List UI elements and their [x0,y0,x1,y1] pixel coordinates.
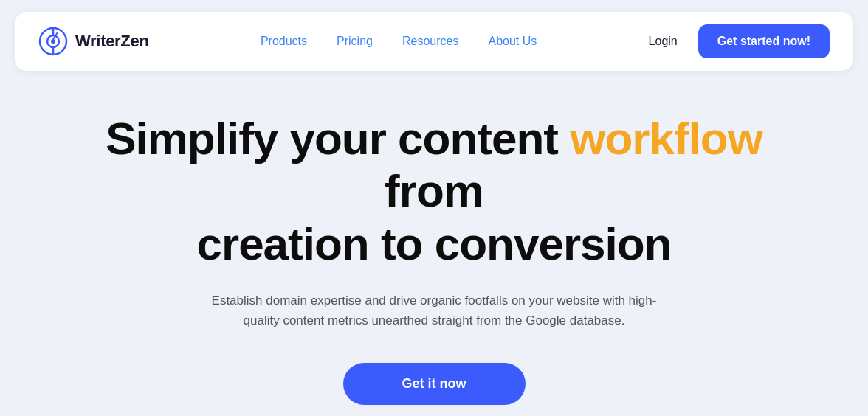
svg-point-4 [51,39,55,44]
navbar: WriterZen Products Pricing Resources Abo… [15,12,853,71]
brand-logo-icon [38,27,68,56]
headline-part1: Simplify your content [106,113,570,164]
get-started-button[interactable]: Get started now! [698,24,830,58]
headline-highlight: workflow [570,113,762,164]
navbar-actions: Login Get started now! [649,24,830,58]
nav-resources[interactable]: Resources [402,35,458,48]
hero-subtext: Establish domain expertise and drive org… [205,291,663,330]
nav-links: Products Pricing Resources About Us [261,35,537,48]
nav-about[interactable]: About Us [488,35,537,48]
logo-area: WriterZen [38,27,149,56]
headline-line2: creation to conversion [197,218,672,269]
nav-pricing[interactable]: Pricing [337,35,373,48]
brand-name: WriterZen [75,32,149,51]
login-link[interactable]: Login [649,35,678,48]
hero-headline: Simplify your content workflow from crea… [80,112,788,270]
hero-section: Simplify your content workflow from crea… [0,83,868,416]
nav-products[interactable]: Products [261,35,307,48]
headline-part2: from [385,165,483,216]
get-it-now-button[interactable]: Get it now [343,363,526,405]
